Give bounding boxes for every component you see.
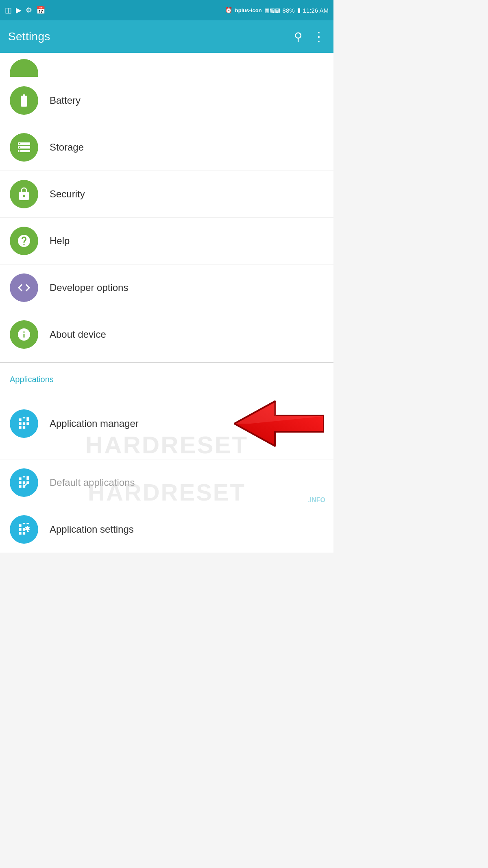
help-label: Help bbox=[50, 235, 70, 247]
app-manager-label: Application manager bbox=[50, 418, 139, 429]
battery-label: Battery bbox=[50, 95, 81, 106]
settings-item-help[interactable]: Help bbox=[0, 218, 333, 265]
help-icon-circle bbox=[10, 227, 38, 255]
apps-check-icon bbox=[16, 475, 32, 490]
settings-item-application-settings[interactable]: Application settings bbox=[0, 506, 333, 553]
time-display: 11:26 AM bbox=[303, 7, 329, 14]
toolbar-icons: ⚲ ⋮ bbox=[294, 29, 325, 44]
app-manager-icon-circle bbox=[10, 409, 38, 438]
bag-icon: 📅 bbox=[36, 6, 45, 15]
apps-gear-icon bbox=[16, 522, 32, 537]
video-icon: ▶ bbox=[16, 6, 22, 15]
info-icon bbox=[17, 327, 31, 342]
gear-icon: ⚙ bbox=[26, 6, 32, 15]
page-title: Settings bbox=[8, 30, 50, 43]
default-apps-icon-circle bbox=[10, 468, 38, 497]
settings-item-about-device[interactable]: About device bbox=[0, 311, 333, 358]
developer-icon-circle bbox=[10, 273, 38, 302]
settings-item-default-applications[interactable]: Default applications HARDRESET .INFO bbox=[0, 459, 333, 506]
battery-percentage: 88% bbox=[283, 7, 295, 14]
section-divider bbox=[0, 362, 333, 363]
settings-item-developer-options[interactable]: Developer options bbox=[0, 265, 333, 311]
partial-icon bbox=[10, 59, 38, 78]
applications-section-header: Applications bbox=[0, 367, 333, 388]
storage-icon-circle bbox=[10, 133, 38, 162]
photo-icon: ◫ bbox=[5, 6, 12, 15]
app-settings-icon-circle bbox=[10, 515, 38, 544]
hplus-label: hplus-icon bbox=[235, 7, 262, 13]
settings-item-application-manager[interactable]: Application manager HARDRESET bbox=[0, 388, 333, 459]
developer-options-label: Developer options bbox=[50, 282, 128, 293]
apps-icon bbox=[16, 416, 32, 431]
signal-icon: ▩▩▩ bbox=[264, 7, 280, 13]
security-icon-circle bbox=[10, 180, 38, 208]
settings-item-battery[interactable]: Battery bbox=[0, 77, 333, 124]
toolbar: Settings ⚲ ⋮ bbox=[0, 20, 333, 53]
status-bar-left: ◫ ▶ ⚙ 📅 bbox=[5, 6, 45, 15]
more-options-icon[interactable]: ⋮ bbox=[312, 29, 325, 44]
alarm-icon: ⏰ bbox=[225, 7, 233, 14]
lock-icon bbox=[17, 187, 31, 201]
code-icon bbox=[17, 280, 31, 295]
storage-icon bbox=[17, 140, 31, 155]
search-icon[interactable]: ⚲ bbox=[294, 30, 303, 44]
default-apps-label: Default applications bbox=[50, 477, 135, 488]
settings-item-security[interactable]: Security bbox=[0, 171, 333, 218]
app-settings-label: Application settings bbox=[50, 524, 134, 535]
watermark-sub: .INFO bbox=[308, 496, 325, 503]
settings-list: Battery Storage Security Help bbox=[0, 53, 333, 553]
about-device-label: About device bbox=[50, 329, 106, 340]
battery-icon bbox=[17, 93, 31, 108]
status-bar: ◫ ▶ ⚙ 📅 ⏰ hplus-icon ▩▩▩ 88% ▮ 11:26 AM bbox=[0, 0, 333, 20]
storage-label: Storage bbox=[50, 142, 84, 153]
status-bar-right: ⏰ hplus-icon ▩▩▩ 88% ▮ 11:26 AM bbox=[225, 7, 329, 14]
battery-icon-circle bbox=[10, 86, 38, 115]
help-icon bbox=[17, 234, 31, 248]
red-arrow-icon bbox=[234, 397, 324, 450]
arrow-container: Application manager bbox=[50, 397, 324, 450]
settings-item-storage[interactable]: Storage bbox=[0, 124, 333, 171]
partial-top-item bbox=[0, 57, 333, 77]
about-icon-circle bbox=[10, 320, 38, 349]
battery-icon: ▮ bbox=[297, 7, 301, 14]
security-label: Security bbox=[50, 188, 85, 200]
